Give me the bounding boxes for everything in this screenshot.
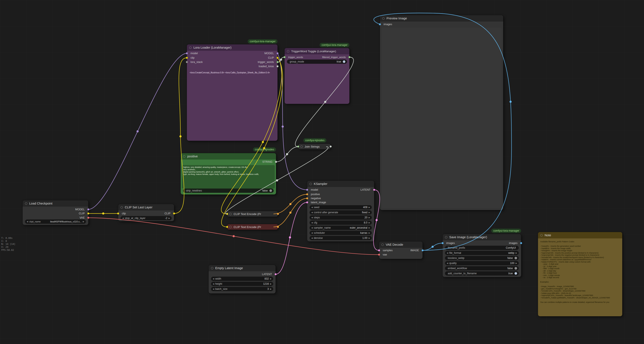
input-slot-trigger-words[interactable]: trigger_words [284, 55, 304, 59]
node-title-bar[interactable]: Note [538, 232, 622, 238]
widget-denoise[interactable]: ◀ denoise 1.00 ▶ [310, 236, 372, 240]
input-slot-positive[interactable]: positive [307, 192, 320, 196]
widget-ckpt-name[interactable]: ◀ ckpt_name ilwaiNSFWIllustrious_v110.s.… [25, 220, 86, 224]
node-collapse-dot[interactable] [540, 234, 543, 236]
toggle-knob[interactable] [514, 272, 517, 275]
output-slot-trigger-words[interactable]: trigger_words [257, 60, 278, 64]
node-collapse-dot[interactable] [183, 155, 185, 158]
widget-seed[interactable]: ◀ seed 409 ▶ [310, 205, 372, 210]
output-slot-model[interactable]: MODEL [264, 51, 278, 56]
slot-dot[interactable] [276, 61, 278, 63]
node-preview-image[interactable]: Preview Image images [380, 15, 503, 210]
node-clip-set-last-layer[interactable]: CLIP Set Last Layer clip CLIP ◀ stop_at_… [118, 204, 174, 221]
node-clip-text-encode-positive[interactable]: CLIP Text Encode (Pr [227, 211, 278, 217]
node-load-checkpoint[interactable]: Load Checkpoint MODEL CLIP VAE ◀ ckpt_na… [22, 200, 88, 225]
slot-dot[interactable] [276, 52, 278, 54]
output-slot-model[interactable]: MODEL [74, 207, 88, 212]
stepper-left-icon[interactable]: ◀ [447, 252, 448, 254]
output-slot-latent[interactable]: LATENT [360, 188, 374, 192]
stepper-right-icon[interactable]: ▶ [368, 237, 370, 239]
node-title-bar[interactable]: Lora Loader (LoraManager) [187, 44, 278, 51]
node-collapse-dot[interactable] [382, 244, 384, 246]
output-slot-clip[interactable]: CLIP [164, 211, 174, 216]
toggle-knob[interactable] [514, 267, 517, 270]
widget-embed-workflow[interactable]: embed_workflow false [445, 266, 519, 270]
stepper-left-icon[interactable]: ◀ [447, 262, 448, 264]
input-slot-clip[interactable]: clip [187, 56, 196, 60]
stepper-left-icon[interactable]: ◀ [27, 220, 28, 223]
node-save-image[interactable]: Save Image (LoraManager) images images f… [443, 234, 521, 277]
output-slot-clip[interactable]: CLIP [78, 211, 88, 216]
stepper-left-icon[interactable]: ◀ [213, 278, 214, 280]
node-title-bar[interactable]: Load Checkpoint [22, 200, 88, 207]
output-slot-string[interactable]: STRING [262, 160, 276, 164]
input-slot-vae[interactable]: vae [379, 252, 388, 257]
node-collapse-dot[interactable] [382, 17, 384, 20]
lora-syntax-text[interactable]: <lora:CreateConcept_Illustrious:0.8> <lo… [190, 72, 276, 74]
node-clip-text-encode-negative[interactable]: CLIP Text Encode (Pr [227, 224, 278, 230]
output-slot-loaded-loras[interactable]: loaded_loras [258, 64, 278, 68]
widget-quality[interactable]: ◀ quality 100 ▶ [445, 261, 519, 265]
input-slot-samples[interactable]: samples [379, 248, 394, 252]
widget-scheduler[interactable]: ◀ scheduler karras ▶ [310, 231, 372, 235]
stepper-left-icon[interactable]: ◀ [311, 206, 313, 208]
widget-sampler-name[interactable]: ◀ sampler_name euler_ancestral ▶ [310, 226, 372, 230]
input-slot-model[interactable]: model [307, 188, 319, 192]
slot-dot[interactable] [306, 193, 308, 195]
node-vae-decode[interactable]: VAE Decode samples IMAGE vae [379, 242, 422, 259]
node-collapse-dot[interactable] [229, 213, 232, 215]
slot-dot[interactable] [330, 146, 332, 148]
slot-dot[interactable] [277, 226, 279, 228]
input-slot-clip[interactable]: clip [118, 211, 127, 216]
slot-dot[interactable] [276, 57, 278, 59]
slot-dot[interactable] [306, 201, 308, 204]
widget-height[interactable]: ◀ height 1216 ▶ [211, 282, 273, 286]
stepper-left-icon[interactable]: ◀ [213, 283, 214, 285]
slot-dot[interactable] [306, 189, 308, 191]
node-collapse-dot[interactable] [310, 183, 312, 185]
widget-width[interactable]: ◀ width 832 ▶ [211, 276, 273, 281]
slot-dot[interactable] [226, 213, 228, 215]
node-collapse-dot[interactable] [25, 202, 27, 205]
slot-dot[interactable] [186, 57, 188, 59]
output-slot-images[interactable]: images [508, 241, 521, 245]
slot-dot[interactable] [379, 23, 381, 26]
stepper-right-icon[interactable]: ▶ [516, 252, 517, 254]
stepper-left-icon[interactable]: ◀ [311, 237, 313, 239]
node-title-bar[interactable]: Empty Latent Image [208, 265, 276, 271]
widget-cfg[interactable]: ◀ cfg 8.0 ▶ [310, 220, 372, 225]
node-empty-latent-image[interactable]: Empty Latent Image LATENT ◀ width 832 ▶ … [208, 265, 276, 294]
slot-dot[interactable] [348, 56, 350, 58]
slot-dot[interactable] [226, 226, 228, 228]
widget-control-after-generate[interactable]: ◀ control after generate fixed ▶ [310, 210, 372, 214]
slot-dot[interactable] [87, 208, 90, 210]
stepper-right-icon[interactable]: ▶ [270, 283, 272, 285]
stepper-right-icon[interactable]: ▶ [368, 206, 370, 208]
output-slot-filtered-trigger-words[interactable]: filtered_trigger_words [321, 55, 350, 59]
stepper-right-icon[interactable]: ▶ [368, 211, 370, 214]
prompt-textarea[interactable]: highres, very detailed, amazing quality,… [182, 165, 275, 188]
node-title-bar[interactable]: TriggerWord Toggle (LoraManager) [284, 48, 350, 54]
stepper-left-icon[interactable]: ◀ [311, 222, 313, 224]
widget-batch-size[interactable]: ◀ batch_size 3 ▶ [211, 287, 273, 291]
node-positive-prompt[interactable]: positive STRING highres, very detailed, … [181, 153, 276, 194]
stepper-left-icon[interactable]: ◀ [213, 288, 214, 290]
widget-file-format[interactable]: ◀ file_format webp ▶ [445, 251, 519, 255]
slot-dot[interactable] [277, 213, 279, 215]
slot-dot[interactable] [87, 217, 90, 219]
stepper-left-icon[interactable]: ◀ [122, 217, 124, 219]
input-slot-images[interactable]: images [380, 22, 393, 26]
node-collapse-dot[interactable] [300, 146, 303, 148]
stepper-right-icon[interactable]: ▶ [270, 278, 272, 280]
node-title-bar[interactable]: KSampler [307, 181, 374, 187]
slot-dot[interactable] [373, 189, 375, 191]
stepper-left-icon[interactable]: ◀ [311, 232, 313, 234]
widget-strip-newlines[interactable]: strip_newlines false [183, 188, 274, 193]
slot-dot[interactable] [284, 56, 286, 58]
slot-dot[interactable] [422, 249, 424, 252]
widget-stop-at-clip-layer[interactable]: ◀ stop_at_clip_layer -2 ▶ [120, 216, 172, 220]
slot-dot[interactable] [378, 254, 380, 256]
toggle-knob[interactable] [514, 257, 517, 259]
widget-filename-prefix[interactable]: filename_prefix ComfyUI [445, 246, 519, 250]
node-collapse-dot[interactable] [229, 226, 232, 228]
